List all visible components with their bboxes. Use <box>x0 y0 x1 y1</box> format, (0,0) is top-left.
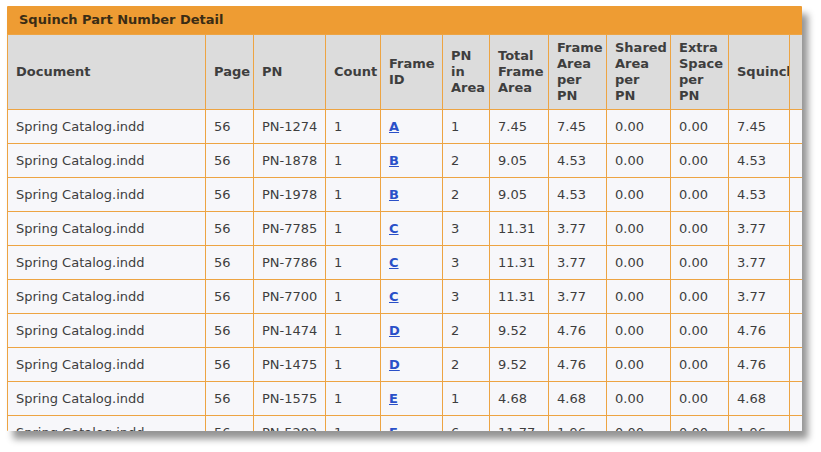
cell-shared-area-per-pn: 0.00 <box>607 382 671 416</box>
clipped-column-header <box>790 35 803 110</box>
cell-count: 1 <box>326 280 381 314</box>
cell-squinch: 4.76 <box>729 314 790 348</box>
frame-id-link[interactable]: E <box>389 425 398 431</box>
frame-id-link[interactable]: C <box>389 289 399 304</box>
cell-shared-area-per-pn: 0.00 <box>607 246 671 280</box>
cell-total-frame-area: 11.31 <box>490 212 549 246</box>
cell-frame-area-per-pn: 4.68 <box>549 382 607 416</box>
cell-pn: PN-1475 <box>254 348 326 382</box>
cell-extra-space-per-pn: 0.00 <box>671 144 729 178</box>
panel-title-bar: Squinch Part Number Detail <box>7 6 802 34</box>
cell-document: Spring Catalog.indd <box>8 416 206 432</box>
clipped-column-cell <box>790 246 803 280</box>
cell-frame-id: D <box>381 348 443 382</box>
cell-frame-area-per-pn: 3.77 <box>549 280 607 314</box>
column-header-frame-area-per-pn: Frame Area per PN <box>549 35 607 110</box>
table-row: Spring Catalog.indd56PN-18781B29.054.530… <box>8 144 803 178</box>
cell-document: Spring Catalog.indd <box>8 178 206 212</box>
cell-count: 1 <box>326 178 381 212</box>
cell-document: Spring Catalog.indd <box>8 144 206 178</box>
cell-document: Spring Catalog.indd <box>8 246 206 280</box>
cell-total-frame-area: 11.31 <box>490 246 549 280</box>
cell-pn-in-area: 3 <box>443 280 490 314</box>
cell-shared-area-per-pn: 0.00 <box>607 212 671 246</box>
cell-total-frame-area: 9.52 <box>490 314 549 348</box>
cell-pn: PN-7700 <box>254 280 326 314</box>
cell-frame-id: B <box>381 144 443 178</box>
column-header-pn-in-area: PN in Area <box>443 35 490 110</box>
cell-extra-space-per-pn: 0.00 <box>671 246 729 280</box>
cell-pn-in-area: 1 <box>443 110 490 144</box>
cell-squinch: 3.77 <box>729 212 790 246</box>
cell-shared-area-per-pn: 0.00 <box>607 178 671 212</box>
cell-frame-area-per-pn: 4.76 <box>549 348 607 382</box>
frame-id-link[interactable]: A <box>389 119 399 134</box>
table-row: Spring Catalog.indd56PN-77001C311.313.77… <box>8 280 803 314</box>
cell-extra-space-per-pn: 0.00 <box>671 416 729 432</box>
table-row: Spring Catalog.indd56PN-12741A17.457.450… <box>8 110 803 144</box>
cell-total-frame-area: 4.68 <box>490 382 549 416</box>
cell-document: Spring Catalog.indd <box>8 110 206 144</box>
cell-shared-area-per-pn: 0.00 <box>607 348 671 382</box>
table-row: Spring Catalog.indd56PN-77851C311.313.77… <box>8 212 803 246</box>
cell-frame-id: E <box>381 382 443 416</box>
cell-count: 1 <box>326 314 381 348</box>
frame-id-link[interactable]: B <box>389 187 399 202</box>
table-row: Spring Catalog.indd56PN-14751D29.524.760… <box>8 348 803 382</box>
cell-count: 1 <box>326 212 381 246</box>
cell-frame-area-per-pn: 4.76 <box>549 314 607 348</box>
clipped-column-cell <box>790 280 803 314</box>
clipped-column-cell <box>790 348 803 382</box>
cell-pn-in-area: 2 <box>443 178 490 212</box>
frame-id-link[interactable]: D <box>389 357 400 372</box>
cell-frame-area-per-pn: 1.96 <box>549 416 607 432</box>
column-header-document: Document <box>8 35 206 110</box>
frame-id-link[interactable]: C <box>389 221 399 236</box>
cell-extra-space-per-pn: 0.00 <box>671 382 729 416</box>
cell-frame-area-per-pn: 3.77 <box>549 212 607 246</box>
cell-extra-space-per-pn: 0.00 <box>671 280 729 314</box>
column-header-extra-space-per-pn: Extra Space per PN <box>671 35 729 110</box>
cell-squinch: 4.53 <box>729 144 790 178</box>
cell-frame-area-per-pn: 4.53 <box>549 144 607 178</box>
header-row: DocumentPagePNCountFrame IDPN in AreaTot… <box>8 35 803 110</box>
cell-document: Spring Catalog.indd <box>8 382 206 416</box>
cell-total-frame-area: 9.05 <box>490 178 549 212</box>
cell-document: Spring Catalog.indd <box>8 212 206 246</box>
panel-title: Squinch Part Number Detail <box>19 12 223 27</box>
cell-total-frame-area: 11.77 <box>490 416 549 432</box>
cell-count: 1 <box>326 110 381 144</box>
frame-id-link[interactable]: E <box>389 391 398 406</box>
frame-id-link[interactable]: B <box>389 153 399 168</box>
cell-count: 1 <box>326 348 381 382</box>
cell-page: 56 <box>206 348 254 382</box>
cell-page: 56 <box>206 144 254 178</box>
column-header-squinch: Squinch <box>729 35 790 110</box>
clipped-column-cell <box>790 110 803 144</box>
cell-squinch: 7.45 <box>729 110 790 144</box>
cell-pn: PN-1274 <box>254 110 326 144</box>
cell-total-frame-area: 11.31 <box>490 280 549 314</box>
cell-pn-in-area: 6 <box>443 416 490 432</box>
cell-shared-area-per-pn: 0.00 <box>607 144 671 178</box>
clipped-column-cell <box>790 382 803 416</box>
cell-total-frame-area: 7.45 <box>490 110 549 144</box>
clipped-column-cell <box>790 212 803 246</box>
cell-pn-in-area: 2 <box>443 348 490 382</box>
cell-pn-in-area: 3 <box>443 212 490 246</box>
frame-id-link[interactable]: C <box>389 255 399 270</box>
cell-shared-area-per-pn: 0.00 <box>607 280 671 314</box>
cell-extra-space-per-pn: 0.00 <box>671 314 729 348</box>
cell-pn: PN-1978 <box>254 178 326 212</box>
cell-count: 1 <box>326 144 381 178</box>
frame-id-link[interactable]: D <box>389 323 400 338</box>
cell-squinch: 4.53 <box>729 178 790 212</box>
cell-shared-area-per-pn: 0.00 <box>607 314 671 348</box>
clipped-column-cell <box>790 416 803 432</box>
cell-pn: PN-1575 <box>254 382 326 416</box>
part-number-table: DocumentPagePNCountFrame IDPN in AreaTot… <box>7 34 802 431</box>
cell-extra-space-per-pn: 0.00 <box>671 178 729 212</box>
cell-extra-space-per-pn: 0.00 <box>671 212 729 246</box>
squinch-part-number-detail-panel: Squinch Part Number Detail DocumentPageP… <box>7 6 802 431</box>
cell-count: 1 <box>326 382 381 416</box>
